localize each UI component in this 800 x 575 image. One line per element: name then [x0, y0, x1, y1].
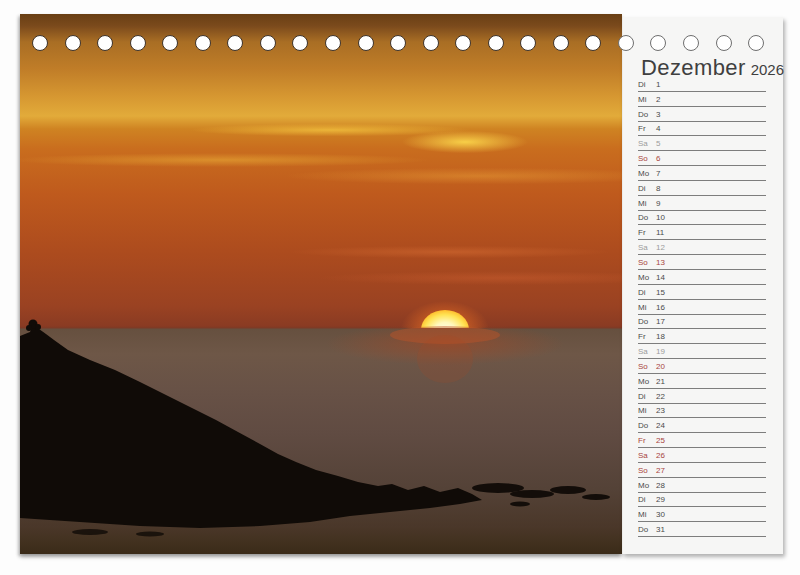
calendar-day-row: Mi23	[638, 404, 766, 419]
weekday-label: Sa	[638, 452, 653, 460]
binding-hole	[455, 35, 471, 51]
foreground-rocks	[72, 529, 164, 537]
day-number: 8	[656, 185, 660, 193]
calendar-day-row: So6	[638, 151, 766, 166]
day-number: 20	[656, 363, 665, 371]
weekday-label: So	[638, 259, 653, 267]
weekday-label: Fr	[638, 437, 653, 445]
day-number: 9	[656, 200, 660, 208]
day-number: 7	[656, 170, 660, 178]
calendar-day-row: Mi2	[638, 92, 766, 107]
day-number: 1	[656, 81, 660, 89]
binding-hole	[260, 35, 276, 51]
calendar-day-row: Sa19	[638, 344, 766, 359]
weekday-label: Fr	[638, 125, 653, 133]
weekday-label: Do	[638, 214, 653, 222]
calendar-day-row: So13	[638, 255, 766, 270]
day-number: 31	[656, 526, 665, 534]
weekday-label: So	[638, 155, 653, 163]
binding-hole	[716, 35, 732, 51]
calendar-day-row: Do31	[638, 522, 766, 537]
weekday-label: Mo	[638, 170, 653, 178]
day-number: 18	[656, 333, 665, 341]
binding-hole	[162, 35, 178, 51]
binding-hole	[227, 35, 243, 51]
calendar-day-row: Fr18	[638, 329, 766, 344]
weekday-label: Di	[638, 393, 653, 401]
calendar-day-row: Mi9	[638, 196, 766, 211]
binding-hole	[325, 35, 341, 51]
sun-reflection	[390, 326, 500, 383]
weekday-label: Sa	[638, 140, 653, 148]
binding-hole	[97, 35, 113, 51]
weekday-label: Fr	[638, 229, 653, 237]
photo-overlay-graphics	[20, 14, 622, 554]
day-number: 22	[656, 393, 665, 401]
weekday-label: So	[638, 467, 653, 475]
day-number: 14	[656, 274, 665, 282]
binding-hole	[650, 35, 666, 51]
calendar-day-row: Di15	[638, 285, 766, 300]
binding-hole	[520, 35, 536, 51]
day-number: 5	[656, 140, 660, 148]
binding-hole	[358, 35, 374, 51]
day-number: 24	[656, 422, 665, 430]
weekday-label: Mi	[638, 96, 653, 104]
weekday-label: Mo	[638, 274, 653, 282]
calendar-day-row: Mi30	[638, 507, 766, 522]
weekday-label: Mi	[638, 304, 653, 312]
calendar-day-row: Fr25	[638, 433, 766, 448]
weekday-label: Mo	[638, 378, 653, 386]
binding-hole	[130, 35, 146, 51]
binding-hole	[32, 35, 48, 51]
calendar-day-row: Do24	[638, 418, 766, 433]
binding-hole	[195, 35, 211, 51]
calendar-page: Dezember2026 Di1Mi2Do3Fr4Sa5So6Mo7Di8Mi9…	[0, 0, 800, 575]
weekday-label: Fr	[638, 333, 653, 341]
calendar-day-row: Do17	[638, 315, 766, 330]
binding-hole	[423, 35, 439, 51]
weekday-label: Do	[638, 318, 653, 326]
weekday-label: Mo	[638, 482, 653, 490]
reef-rocks	[472, 483, 610, 507]
calendar-day-row: Mi16	[638, 300, 766, 315]
calendar-day-row: Di22	[638, 389, 766, 404]
day-number: 23	[656, 407, 665, 415]
calendar-day-row: Mo28	[638, 478, 766, 493]
day-number: 13	[656, 259, 665, 267]
calendar-day-row: Fr11	[638, 225, 766, 240]
calendar-day-row: Di29	[638, 493, 766, 508]
calendar-day-row: Di8	[638, 181, 766, 196]
day-number: 10	[656, 214, 665, 222]
calendar-day-row: Sa5	[638, 136, 766, 151]
calendar-day-row: Sa12	[638, 240, 766, 255]
calendar-day-row: Do3	[638, 107, 766, 122]
calendar-day-row: Mo7	[638, 166, 766, 181]
weekday-label: Sa	[638, 348, 653, 356]
weekday-label: Di	[638, 185, 653, 193]
binding-hole	[748, 35, 764, 51]
day-number: 25	[656, 437, 665, 445]
binding-hole	[488, 35, 504, 51]
weekday-label: Do	[638, 526, 653, 534]
day-number: 4	[656, 125, 660, 133]
binding-hole	[65, 35, 81, 51]
day-number: 12	[656, 244, 665, 252]
day-number: 29	[656, 496, 665, 504]
weekday-label: Di	[638, 496, 653, 504]
binding-hole	[683, 35, 699, 51]
binding-hole	[553, 35, 569, 51]
weekday-label: Di	[638, 81, 653, 89]
weekday-label: Mi	[638, 511, 653, 519]
calendar-day-row: Mo21	[638, 374, 766, 389]
day-number: 30	[656, 511, 665, 519]
day-list: Di1Mi2Do3Fr4Sa5So6Mo7Di8Mi9Do10Fr11Sa12S…	[638, 77, 766, 537]
day-number: 21	[656, 378, 665, 386]
calendar-day-row: Di1	[638, 77, 766, 92]
weekday-label: So	[638, 363, 653, 371]
day-number: 2	[656, 96, 660, 104]
weekday-label: Sa	[638, 244, 653, 252]
calendar-day-row: So20	[638, 359, 766, 374]
weekday-label: Mi	[638, 200, 653, 208]
coastline-silhouette	[20, 320, 610, 537]
